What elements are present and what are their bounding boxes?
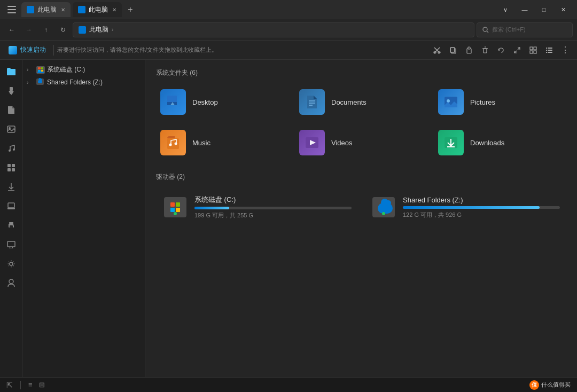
folder-downloads[interactable]: Downloads — [434, 126, 566, 160]
tree-item-c[interactable]: › 系统磁盘 (C:) — [22, 63, 145, 76]
sidebar-laptop-icon[interactable] — [3, 198, 20, 215]
documents-folder-icon — [299, 89, 325, 115]
search-box[interactable]: 搜索 (Ctrl+F) — [477, 22, 573, 37]
sidebar-download-icon[interactable] — [3, 178, 20, 195]
sidebar-music-icon[interactable] — [3, 140, 20, 157]
svg-rect-29 — [10, 87, 13, 91]
list-view-icon — [545, 46, 553, 54]
drive-c-bar-fill — [194, 207, 229, 209]
folders-grid: Desktop Documents — [156, 85, 566, 160]
svg-rect-38 — [7, 168, 11, 171]
statusbar-view2-icon[interactable]: ⊟ — [39, 381, 45, 389]
svg-rect-13 — [468, 47, 470, 49]
toolbar-separator — [53, 45, 54, 56]
grid-view-icon — [529, 46, 537, 54]
svg-point-52 — [9, 279, 13, 284]
delete-icon — [481, 46, 489, 54]
downloads-folder-name: Downloads — [470, 139, 504, 147]
svg-rect-27 — [546, 50, 547, 51]
more-button[interactable]: ⋮ — [558, 43, 573, 58]
chevron-down-button[interactable]: ∨ — [496, 0, 515, 19]
maximize-button[interactable]: □ — [534, 0, 553, 19]
drive-c[interactable]: 系统磁盘 (C:) 199 G 可用，共 255 G — [156, 189, 358, 225]
copy-button[interactable] — [446, 43, 461, 58]
z-drive-icon — [36, 79, 45, 86]
svg-point-34 — [9, 150, 11, 152]
svg-rect-20 — [534, 47, 536, 50]
svg-rect-45 — [9, 222, 13, 224]
tab-2-label: 此电脑 — [89, 5, 108, 14]
sidebar-image-icon[interactable] — [3, 121, 20, 138]
statusbar: ⇱ ≡ ⊟ 值 什么值得买 — [0, 377, 577, 392]
music-folder-name: Music — [192, 139, 210, 147]
refresh-button[interactable]: ↻ — [56, 22, 71, 37]
up-button[interactable]: ↑ — [38, 22, 53, 37]
undo-button[interactable] — [494, 43, 509, 58]
svg-point-46 — [13, 224, 14, 225]
tab-2-close[interactable]: ✕ — [112, 7, 116, 13]
folder-videos[interactable]: Videos — [295, 126, 427, 160]
svg-rect-28 — [546, 52, 547, 53]
svg-rect-21 — [530, 51, 533, 53]
svg-rect-2 — [7, 12, 16, 13]
hamburger-button[interactable] — [4, 2, 19, 17]
svg-rect-39 — [12, 168, 15, 171]
sidebar-document-icon[interactable] — [3, 101, 20, 119]
statusbar-brand: 值 什么值得买 — [529, 380, 571, 390]
drive-c-led — [174, 212, 177, 215]
svg-rect-41 — [8, 203, 14, 208]
music-folder-icon — [160, 130, 186, 155]
system-folders-title: 系统文件夹 (6) — [156, 68, 566, 77]
folder-documents[interactable]: Documents — [295, 85, 427, 119]
addressbar: ← → ↑ ↻ 此电脑 › 搜索 (Ctrl+F) — [0, 19, 577, 41]
tab-1-close[interactable]: ✕ — [61, 7, 65, 13]
paste-button[interactable] — [462, 43, 477, 58]
drive-z-sub: 122 G 可用，共 926 G — [403, 211, 560, 219]
sidebar-printer-icon[interactable] — [3, 217, 20, 234]
delete-button[interactable] — [478, 43, 493, 58]
sidebar-gear-icon[interactable] — [3, 255, 20, 272]
quick-access: 快速启动 — [4, 45, 50, 54]
folder-desktop[interactable]: Desktop — [156, 85, 288, 119]
svg-marker-30 — [9, 91, 14, 94]
sidebar-folder-icon[interactable] — [3, 63, 20, 80]
address-path[interactable]: 此电脑 › — [73, 22, 474, 37]
svg-point-60 — [447, 99, 450, 103]
cut-button[interactable] — [430, 43, 445, 58]
expand-z-icon: › — [27, 80, 34, 85]
statusbar-view1-icon[interactable]: ≡ — [28, 381, 33, 389]
tab-1[interactable]: 此电脑 ✕ — [21, 2, 71, 17]
tab-2[interactable]: 此电脑 ✕ — [73, 2, 122, 17]
back-button[interactable]: ← — [4, 22, 19, 37]
svg-rect-44 — [10, 225, 13, 228]
svg-rect-19 — [530, 47, 533, 50]
drive-z-label: Shared Folders (Z:) — [403, 196, 560, 204]
documents-folder-name: Documents — [331, 98, 367, 106]
path-pc-icon — [79, 26, 86, 34]
new-tab-button[interactable]: + — [124, 3, 137, 16]
sidebar-person-icon[interactable] — [3, 275, 20, 292]
close-button[interactable]: ✕ — [553, 0, 573, 19]
sidebar-monitor-icon[interactable] — [3, 236, 20, 253]
pictures-folder-icon — [438, 89, 464, 115]
quick-access-label: 快速启动 — [20, 45, 46, 54]
drive-z-led — [382, 212, 385, 215]
svg-rect-53 — [167, 96, 177, 102]
grid-view-button[interactable] — [526, 43, 541, 58]
main-layout: › 系统磁盘 (C:) › Sh — [0, 60, 577, 377]
list-view-button[interactable] — [542, 43, 557, 58]
drive-z[interactable]: Shared Folders (Z:) 122 G 可用，共 926 G — [364, 189, 566, 225]
sidebar-pin-icon[interactable] — [3, 82, 20, 99]
folder-pictures[interactable]: Pictures — [434, 85, 566, 119]
statusbar-expand-icon[interactable]: ⇱ — [6, 381, 13, 389]
sidebar-puzzle-icon[interactable] — [3, 159, 20, 176]
drive-c-thumb — [162, 194, 188, 220]
svg-rect-47 — [7, 241, 15, 247]
downloads-folder-icon — [438, 130, 464, 155]
minimize-button[interactable]: — — [515, 0, 534, 19]
forward-button[interactable]: → — [21, 22, 36, 37]
tree-item-z[interactable]: › Shared Folders (Z:) — [22, 76, 145, 88]
svg-point-3 — [483, 27, 487, 32]
expand-button[interactable] — [510, 43, 525, 58]
folder-music[interactable]: Music — [156, 126, 288, 160]
